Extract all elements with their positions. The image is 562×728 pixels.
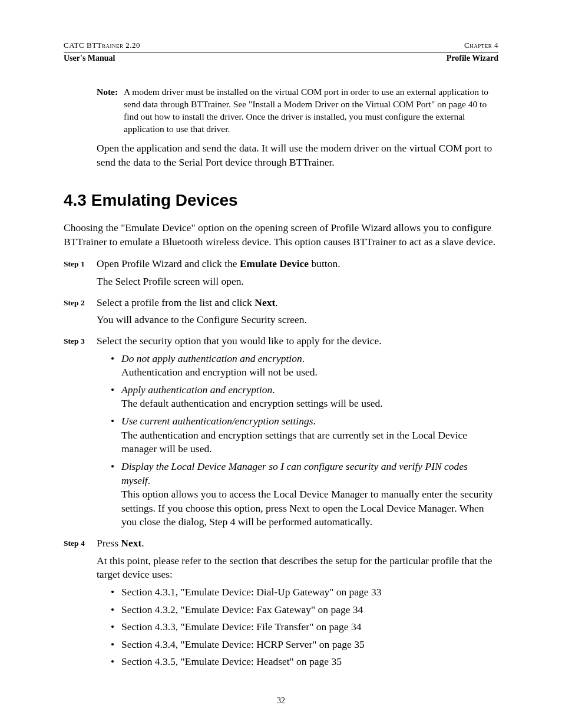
step-3: Step 3 Select the security option that y…	[64, 334, 498, 533]
step-label: Step 1	[64, 257, 97, 292]
step-label: Step 4	[64, 536, 97, 673]
step-text: The Select Profile screen will open.	[97, 275, 498, 289]
option-desc: This option allows you to access the Loc…	[121, 488, 493, 528]
section-references-list: Section 4.3.1, "Emulate Device: Dial-Up …	[111, 585, 498, 669]
option-title: Use current authentication/encryption se…	[121, 415, 313, 427]
step-label: Step 2	[64, 296, 97, 331]
header-left: CATC BTTrainer 2.20	[64, 40, 140, 51]
step-text: button.	[309, 258, 340, 269]
step-content: Press Next. At this point, please refer …	[97, 536, 498, 673]
section-intro: Choosing the "Emulate Device" option on …	[64, 221, 498, 249]
list-item: Section 4.3.3, "Emulate Device: File Tra…	[111, 620, 498, 634]
step-text: Select a profile from the list and click	[97, 297, 254, 308]
next-label: Next	[254, 297, 275, 308]
list-item: Section 4.3.5, "Emulate Device: Headset"…	[111, 655, 498, 669]
option-title: Do not apply authentication and encrypti…	[121, 353, 302, 364]
list-item: Display the Local Device Manager so I ca…	[111, 460, 498, 529]
list-item: Section 4.3.2, "Emulate Device: Fax Gate…	[111, 603, 498, 617]
step-text: Open Profile Wizard and click the	[97, 258, 240, 269]
step-text: At this point, please refer to the secti…	[97, 554, 498, 582]
step-content: Select a profile from the list and click…	[97, 296, 498, 331]
page-number: 32	[0, 696, 562, 707]
step-4: Step 4 Press Next. At this point, please…	[64, 536, 498, 673]
step-text: Press	[97, 537, 121, 549]
step-text: Select the security option that you woul…	[97, 334, 498, 348]
step-1: Step 1 Open Profile Wizard and click the…	[64, 257, 498, 292]
option-desc: The authentication and encryption settin…	[121, 429, 467, 455]
step-text: .	[141, 537, 144, 549]
list-item: Do not apply authentication and encrypti…	[111, 352, 498, 380]
header-rule	[64, 52, 498, 52]
note-block: Note: A modem driver must be installed o…	[97, 86, 498, 136]
header-right: Chapter 4	[464, 40, 498, 51]
step-content: Select the security option that you woul…	[97, 334, 498, 533]
security-options-list: Do not apply authentication and encrypti…	[111, 352, 498, 530]
list-item: Section 4.3.1, "Emulate Device: Dial-Up …	[111, 585, 498, 599]
step-text: You will advance to the Configure Securi…	[97, 313, 498, 327]
note-label: Note:	[97, 86, 124, 136]
option-title: Apply authentication and encryption	[121, 384, 272, 396]
document-page: CATC BTTrainer 2.20 Chapter 4 User's Man…	[0, 0, 562, 728]
next-label: Next	[121, 537, 141, 549]
list-item: Apply authentication and encryption.The …	[111, 383, 498, 411]
option-desc: The default authentication and encryptio…	[121, 397, 383, 409]
step-label: Step 3	[64, 334, 97, 533]
step-text: .	[275, 297, 277, 308]
list-item: Section 4.3.4, "Emulate Device: HCRP Ser…	[111, 638, 498, 652]
page-header: CATC BTTrainer 2.20 Chapter 4	[64, 40, 498, 51]
section-heading: 4.3 Emulating Devices	[64, 189, 498, 212]
step-2: Step 2 Select a profile from the list an…	[64, 296, 498, 331]
option-title: Display the Local Device Manager so I ca…	[121, 460, 468, 486]
step-content: Open Profile Wizard and click the Emulat…	[97, 257, 498, 292]
note-text: A modem driver must be installed on the …	[124, 86, 498, 136]
subheader-left: User's Manual	[64, 53, 115, 64]
option-desc: Authentication and encryption will not b…	[121, 366, 318, 378]
emulate-device-label: Emulate Device	[240, 258, 309, 269]
open-paragraph: Open the application and send the data. …	[97, 141, 498, 169]
page-subheader: User's Manual Profile Wizard	[64, 53, 498, 64]
subheader-right: Profile Wizard	[447, 53, 498, 64]
list-item: Use current authentication/encryption se…	[111, 414, 498, 456]
